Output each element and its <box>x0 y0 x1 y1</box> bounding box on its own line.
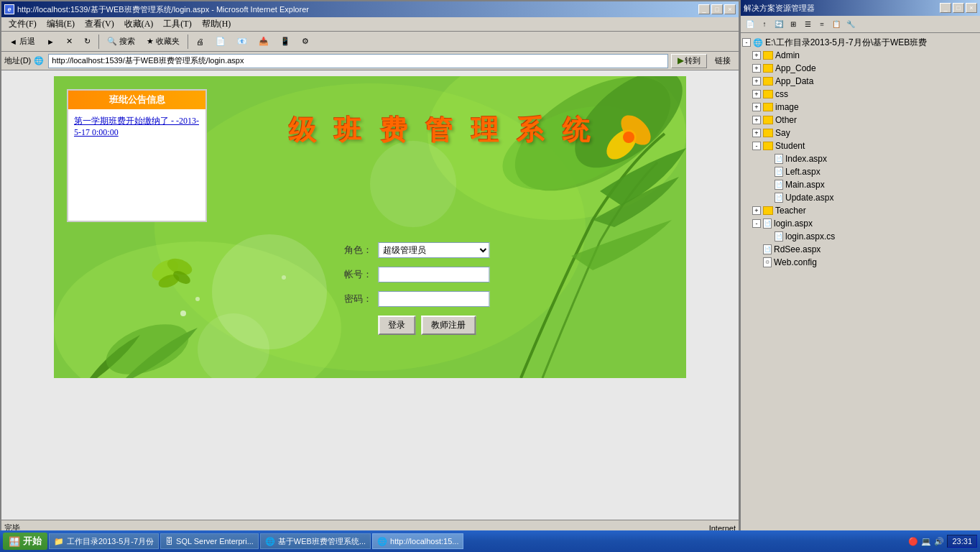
maximize-button[interactable]: □ <box>711 4 723 14</box>
print-button[interactable]: 🖨 <box>191 34 209 50</box>
menu-edit[interactable]: 编辑(E) <box>42 17 79 32</box>
taskbar-btn-1[interactable]: 📁 工作目录2013-5月-7月份 <box>49 533 159 549</box>
say-expand-icon[interactable]: + <box>752 129 761 137</box>
taskbar-btn-3[interactable]: 🌐 基于WEB班费管理系统... <box>260 533 371 549</box>
system-title: 级 班 费 管 理 系 统 <box>212 112 672 149</box>
tray-icon-1: 🔴 <box>908 537 918 546</box>
folder-icon <box>763 77 773 86</box>
appdata-expand-icon[interactable]: + <box>752 77 761 86</box>
taskbar: 🪟 开始 📁 工作目录2013-5月-7月份 🗄 SQL Server Ente… <box>0 530 980 552</box>
login-button[interactable]: 登录 <box>378 316 415 335</box>
ie-title-bar: e http://localhost:1539/基于WEB班费管理系统/logi… <box>1 1 739 17</box>
menu-tools[interactable]: 工具(T) <box>159 17 195 32</box>
search-icon: 🔍 <box>107 37 117 46</box>
se-maximize-button[interactable]: □ <box>953 3 964 13</box>
extra-btn-5[interactable]: ⚙ <box>297 34 314 50</box>
forward-arrow-icon: ► <box>47 37 55 46</box>
se-toolbar-icon-7[interactable]: 📋 <box>830 18 843 31</box>
aspx-file-icon: 📄 <box>775 167 783 177</box>
image-expand-icon[interactable]: + <box>752 103 761 111</box>
menu-favorites[interactable]: 收藏(A) <box>120 17 158 32</box>
se-folder-student[interactable]: - Student <box>741 139 980 152</box>
appcode-expand-icon[interactable]: + <box>752 64 761 73</box>
role-select[interactable]: 超级管理员 教师 学生 <box>378 242 489 258</box>
se-file-login[interactable]: - 📄 login.aspx <box>741 217 980 230</box>
favorites-button[interactable]: ★ 收藏夹 <box>142 34 185 50</box>
extra-btn-4[interactable]: 📱 <box>275 34 295 50</box>
se-file-webconfig[interactable]: ⚙ Web.config <box>741 256 980 269</box>
menu-view[interactable]: 查看(V) <box>80 17 119 32</box>
student-expand-icon[interactable]: - <box>752 142 761 150</box>
se-toolbar-icon-5[interactable]: ☰ <box>801 18 814 31</box>
se-folder-appdata[interactable]: + App_Data <box>741 75 980 88</box>
css-expand-icon[interactable]: + <box>752 90 761 98</box>
se-toolbar-icon-1[interactable]: 📄 <box>744 18 757 31</box>
forward-button[interactable]: ► <box>42 34 60 50</box>
se-folder-other[interactable]: + Other <box>741 114 980 126</box>
toolbar-separator <box>98 34 99 49</box>
minimize-button[interactable]: _ <box>698 4 710 14</box>
aspx-file-icon: 📄 <box>763 218 772 229</box>
search-button[interactable]: 🔍 搜索 <box>102 34 140 50</box>
menu-help[interactable]: 帮助(H) <box>198 17 236 32</box>
teacher-expand-icon[interactable]: + <box>752 206 761 215</box>
se-file-index[interactable]: 📄 Index.aspx <box>741 152 980 165</box>
solution-explorer: 解决方案资源管理器 _ □ × 📄 ↑ 🔄 ⊞ ☰ ≡ 📋 🔧 - 🌐 E:\工… <box>739 0 980 552</box>
extra-btn-3[interactable]: 📥 <box>254 34 274 50</box>
se-root[interactable]: - 🌐 E:\工作目录2013-5月-7月份\基于WEB班费 <box>741 36 980 49</box>
se-file-rdsee[interactable]: 📄 RdSee.aspx <box>741 243 980 256</box>
se-file-update[interactable]: 📄 Update.aspx <box>741 191 980 204</box>
svg-point-19 <box>195 297 200 301</box>
taskbar-btn-2[interactable]: 🗄 SQL Server Enterpri... <box>160 533 259 549</box>
se-folder-say[interactable]: + Say <box>741 126 980 139</box>
register-button[interactable]: 教师注册 <box>421 316 476 335</box>
se-folder-image[interactable]: + image <box>741 101 980 114</box>
menu-file[interactable]: 文件(F) <box>4 17 41 32</box>
admin-expand-icon[interactable]: + <box>752 51 761 60</box>
login-expand-icon[interactable]: - <box>752 219 761 228</box>
se-folder-teacher[interactable]: + Teacher <box>741 204 980 217</box>
se-toolbar: 📄 ↑ 🔄 ⊞ ☰ ≡ 📋 🔧 <box>741 16 980 33</box>
close-button[interactable]: × <box>724 4 736 14</box>
se-file-left[interactable]: 📄 Left.aspx <box>741 165 980 178</box>
go-arrow-icon: ▶ <box>678 56 683 65</box>
extra-btn-2[interactable]: 📧 <box>232 34 252 50</box>
extra-btn-1[interactable]: 📄 <box>211 34 231 50</box>
taskbar-right: 🔴 💻 🔊 23:31 <box>908 535 977 548</box>
se-file-main[interactable]: 📄 Main.aspx <box>741 178 980 191</box>
se-folder-css[interactable]: + css <box>741 88 980 101</box>
root-expand-icon[interactable]: - <box>742 38 751 47</box>
se-close-button[interactable]: × <box>966 3 977 13</box>
se-folder-appcode[interactable]: + App_Code <box>741 62 980 75</box>
se-file-login-cs[interactable]: 📄 login.aspx.cs <box>741 230 980 243</box>
se-toolbar-icon-2[interactable]: ↑ <box>758 18 771 31</box>
refresh-button[interactable]: ↻ <box>79 34 96 50</box>
cs-file-icon: 📄 <box>775 231 783 242</box>
stop-button[interactable]: ✕ <box>61 34 78 50</box>
password-input[interactable] <box>378 291 489 307</box>
address-input[interactable] <box>48 54 668 68</box>
se-main-label: Main.aspx <box>785 180 825 190</box>
account-input[interactable] <box>378 267 489 282</box>
se-minimize-button[interactable]: _ <box>940 3 951 13</box>
links-button[interactable]: 链接 <box>710 53 736 69</box>
back-button[interactable]: ◄ 后退 <box>4 34 40 50</box>
start-button[interactable]: 🪟 开始 <box>3 533 47 550</box>
se-toolbar-icon-3[interactable]: 🔄 <box>772 18 785 31</box>
se-folder-admin[interactable]: + Admin <box>741 49 980 62</box>
ie-window: e http://localhost:1539/基于WEB班费管理系统/logi… <box>0 0 740 552</box>
se-toolbar-icon-8[interactable]: 🔧 <box>844 18 857 31</box>
back-arrow-icon: ◄ <box>9 37 17 46</box>
folder-icon <box>763 103 773 111</box>
se-toolbar-icon-4[interactable]: ⊞ <box>787 18 800 31</box>
se-toolbar-icon-6[interactable]: ≡ <box>815 18 828 31</box>
announcement-link[interactable]: 第一学期班费开始缴纳了 - -2013-5-17 0:00:00 <box>74 116 199 137</box>
start-icon: 🪟 <box>9 536 20 547</box>
taskbar-icon-1: 📁 <box>54 537 64 546</box>
other-expand-icon[interactable]: + <box>752 116 761 124</box>
folder-icon <box>763 206 773 215</box>
go-button[interactable]: ▶ 转到 <box>671 54 707 68</box>
taskbar-btn-4[interactable]: 🌐 http://localhost:15... <box>372 533 463 549</box>
ie-title: http://localhost:1539/基于WEB班费管理系统/login.… <box>17 4 309 15</box>
ie-toolbar: ◄ 后退 ► ✕ ↻ 🔍 搜索 ★ 收藏夹 🖨 📄 📧 <box>1 32 739 52</box>
